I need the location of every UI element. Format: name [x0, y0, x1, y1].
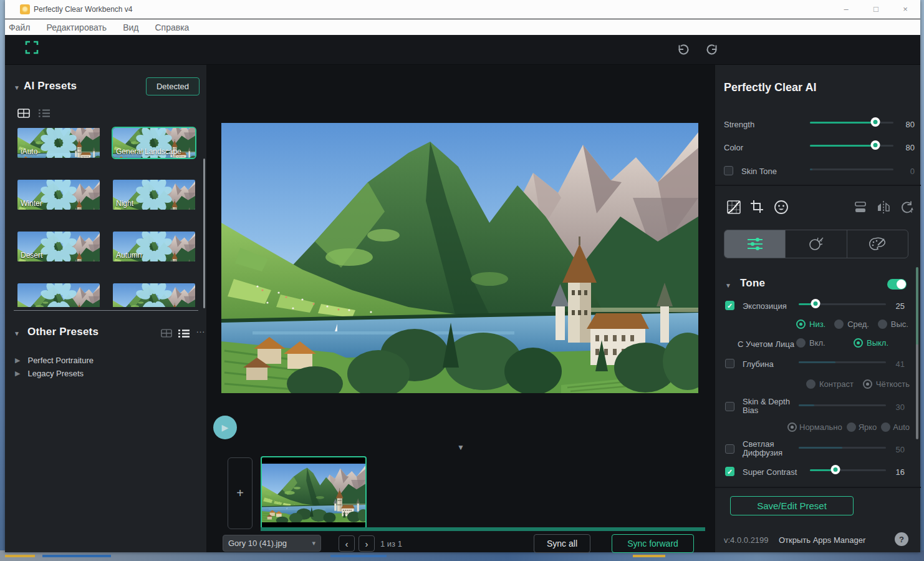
radio-face-aware-off[interactable]: Выкл. [854, 338, 888, 348]
collapse-triangle-icon[interactable]: ▼ [725, 282, 731, 289]
skin-tone-checkbox[interactable] [724, 166, 733, 175]
preset-general-landscape[interactable]: General Landscape [113, 128, 195, 158]
exposure-slider[interactable] [799, 300, 886, 308]
apps-manager-link[interactable]: Открыть Apps Manager [779, 535, 865, 545]
preset-winter[interactable]: Winter [17, 180, 100, 210]
slider-knob[interactable] [870, 117, 880, 127]
preset-tile[interactable] [17, 283, 100, 307]
preset-label: Autumn [116, 251, 142, 260]
before-after-handle[interactable]: ▶ [213, 416, 237, 439]
radio-icon [847, 422, 856, 432]
skin-depth-bias-slider[interactable] [799, 401, 886, 409]
photo-view[interactable]: ▶ [221, 123, 698, 393]
filmstrip-thumbnail[interactable] [261, 456, 367, 529]
save-edit-preset-button[interactable]: Save/Edit Preset [730, 496, 854, 515]
preset-autumn[interactable]: Autumn [113, 232, 195, 261]
grid-view-icon[interactable] [161, 329, 172, 338]
rotate-icon[interactable] [900, 200, 913, 214]
undo-icon[interactable] [676, 44, 690, 56]
radio-label: Нормально [799, 422, 842, 432]
slider-knob[interactable] [811, 299, 820, 308]
flip-vertical-icon[interactable] [854, 201, 867, 213]
image-canvas[interactable]: ▶ ▼ + Gory 10 (41).jpg ▾ ‹ › 1 из 1 Sync… [207, 65, 715, 552]
fit-to-screen-icon[interactable] [25, 41, 39, 54]
strength-slider[interactable] [810, 118, 893, 127]
flip-horizontal-icon[interactable] [877, 200, 890, 214]
previous-image-button[interactable]: ‹ [339, 535, 355, 552]
title-bar: Perfectly Clear Workbench v4 – □ × [5, 0, 920, 19]
more-options-icon[interactable]: … [196, 324, 205, 334]
menu-edit[interactable]: Редактировать [46, 22, 107, 32]
crop-icon[interactable] [750, 200, 764, 213]
color-label: Color [724, 143, 743, 152]
radio-medium[interactable]: Сред. [834, 320, 869, 329]
tone-toggle[interactable] [887, 279, 907, 290]
radio-label: Чёткость [876, 379, 910, 389]
slider-knob[interactable] [831, 465, 840, 474]
menu-file[interactable]: Файл [9, 22, 30, 32]
loading-spinner-icon [41, 180, 77, 210]
preset-tile[interactable] [113, 283, 195, 307]
face-icon[interactable] [774, 200, 789, 215]
radio-contrast[interactable]: Контраст [806, 379, 854, 389]
depth-slider[interactable] [799, 358, 886, 366]
preset-group-perfect-portraiture[interactable]: ▶ Perfect Portraiture [15, 356, 94, 365]
preset-desert[interactable]: Desert [17, 232, 100, 261]
radio-icon [863, 379, 872, 389]
skin-depth-bias-checkbox[interactable] [725, 402, 734, 411]
light-diffusion-checkbox[interactable] [725, 444, 734, 454]
exposure-options: Низ. Сред. Выс. [796, 320, 908, 329]
collapse-triangle-icon[interactable]: ▼ [14, 330, 20, 337]
radio-normal[interactable]: Нормально [787, 422, 842, 432]
depth-label: Глубина [743, 359, 774, 369]
radio-sharpness[interactable]: Чёткость [863, 379, 910, 389]
tab-color-palette[interactable] [847, 230, 908, 258]
preset-group-legacy-presets[interactable]: ▶ Legacy Presets [15, 369, 84, 378]
minimize-button[interactable]: – [837, 4, 855, 15]
filename-dropdown[interactable]: Gory 10 (41).jpg ▾ [223, 535, 321, 552]
help-button[interactable]: ? [895, 532, 908, 546]
super-contrast-checkbox[interactable]: ✓ [725, 467, 734, 476]
filmstrip-collapse-icon[interactable]: ▼ [457, 443, 464, 452]
next-image-button[interactable]: › [359, 535, 375, 552]
color-slider[interactable] [810, 141, 893, 150]
preset-label: Winter [21, 199, 42, 208]
skin-tone-slider[interactable] [810, 165, 893, 173]
loading-spinner-icon [136, 283, 172, 307]
detected-button[interactable]: Detected [146, 77, 200, 95]
sync-all-button[interactable]: Sync all [534, 534, 590, 553]
radio-low[interactable]: Низ. [796, 320, 825, 329]
radio-bright[interactable]: Ярко [847, 422, 877, 432]
sync-forward-button[interactable]: Sync forward [612, 534, 694, 553]
super-contrast-slider[interactable] [810, 466, 886, 474]
radio-high[interactable]: Выс. [878, 320, 908, 329]
close-button[interactable]: × [896, 4, 915, 15]
redo-icon[interactable] [705, 44, 719, 56]
curves-icon[interactable] [726, 200, 741, 215]
list-view-icon[interactable] [39, 109, 50, 118]
app-window: Perfectly Clear Workbench v4 – □ × Файл … [5, 0, 920, 552]
tab-adjustments[interactable] [724, 230, 785, 258]
skin-tone-label: Skin Tone [741, 167, 777, 176]
grid-view-icon[interactable] [17, 109, 30, 118]
list-view-icon[interactable] [178, 329, 190, 338]
exposure-checkbox[interactable]: ✓ [725, 301, 734, 310]
wallpaper-detail [330, 555, 387, 557]
sidebar-scrollbar[interactable] [203, 159, 205, 308]
panel-scrollbar[interactable] [916, 267, 918, 439]
depth-checkbox[interactable] [725, 359, 734, 368]
add-image-button[interactable]: + [228, 457, 253, 529]
menu-help[interactable]: Справка [155, 22, 189, 32]
maximize-button[interactable]: □ [867, 4, 885, 15]
radio-icon [878, 320, 887, 329]
preset-night[interactable]: Night [113, 180, 195, 210]
collapse-triangle-icon[interactable]: ▼ [14, 84, 20, 91]
loading-spinner-icon [41, 232, 77, 261]
menu-view[interactable]: Вид [123, 22, 138, 32]
radio-face-aware-on[interactable]: Вкл. [796, 338, 825, 348]
light-diffusion-slider[interactable] [799, 443, 886, 452]
radio-auto[interactable]: Auto [881, 422, 910, 432]
preset-iauto[interactable]: iAuto [17, 128, 100, 158]
tab-effects[interactable] [785, 230, 846, 258]
slider-knob[interactable] [870, 140, 880, 150]
